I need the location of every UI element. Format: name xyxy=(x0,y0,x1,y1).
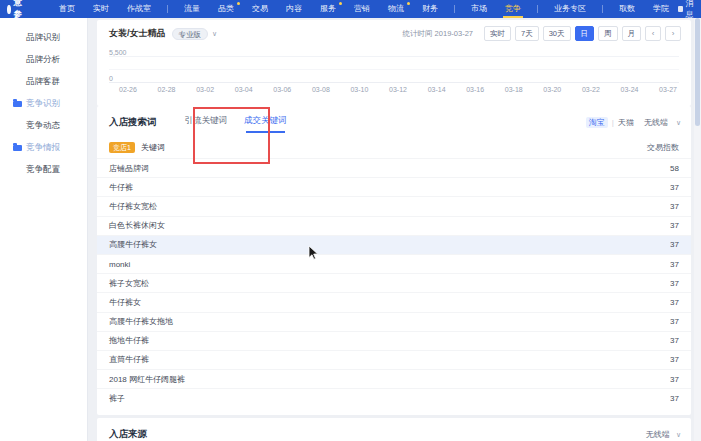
keyword-cell: 牛仔裤女 xyxy=(109,297,141,308)
x-axis-tick-label: 03-27 xyxy=(659,86,677,93)
sidebar-item-label: 竞争动态 xyxy=(26,120,60,132)
shop-tag-badge[interactable]: 竞店1 xyxy=(109,142,135,153)
category-title: 女装/女士精品 xyxy=(109,27,166,40)
keyword-tab[interactable]: 成交关键词 xyxy=(244,115,287,130)
nav-item[interactable]: 流量 xyxy=(175,0,209,18)
trend-chart: 5,500 0 02-2602-2803-0203-0403-0603-0803… xyxy=(109,45,679,103)
nav-item[interactable]: 财务 xyxy=(413,0,447,18)
table-row[interactable]: 店铺品牌词 58 xyxy=(97,158,691,177)
nav-item[interactable]: 学院 xyxy=(644,0,678,18)
table-row[interactable]: 裤子 37 xyxy=(97,388,691,407)
nav-item[interactable]: 服务 xyxy=(311,0,345,18)
messages-button[interactable]: 消息 xyxy=(678,0,696,20)
keyword-cell: 牛仔裤 xyxy=(109,182,133,193)
nav-item[interactable]: 首页 xyxy=(50,0,84,18)
nav-item[interactable]: 市场 xyxy=(462,0,496,18)
nav-item[interactable] xyxy=(537,5,538,13)
table-row[interactable]: 2018 网红牛仔阔腿裤 37 xyxy=(97,369,691,388)
table-row[interactable]: 牛仔裤女宽松 37 xyxy=(97,196,691,215)
nav-item[interactable]: 取数 xyxy=(610,0,644,18)
sidebar-item-label: 品牌客群 xyxy=(26,76,60,88)
range-buttons: 实时 7天 30天 日 周 月 xyxy=(484,26,641,41)
range-button[interactable]: 周 xyxy=(598,26,618,41)
chevron-down-icon[interactable]: ∨ xyxy=(676,119,681,127)
gridline xyxy=(109,69,679,70)
platform-tmall[interactable]: 天猫 xyxy=(618,117,634,128)
sidebar-item[interactable]: 竞争识别 xyxy=(0,93,87,115)
x-axis-tick-label: 03-24 xyxy=(621,86,639,93)
main-content: 女装/女士精品 专业版 ∨ 统计时间 2019-03-27 实时 7天 30天 … xyxy=(88,18,701,441)
value-cell: 37 xyxy=(670,260,679,269)
sidebar-item[interactable]: 品牌客群 xyxy=(0,71,87,93)
nav-item[interactable]: 业务专区 xyxy=(545,0,595,18)
x-axis-tick-label: 02-26 xyxy=(119,86,137,93)
value-cell: 37 xyxy=(670,298,679,307)
value-cell: 37 xyxy=(670,317,679,326)
folder-icon xyxy=(13,101,22,107)
column-value: 交易指数 xyxy=(647,142,679,153)
nav-item[interactable]: 品类 xyxy=(209,0,243,18)
table-row[interactable]: 裤子女宽松 37 xyxy=(97,273,691,292)
scrollbar-track[interactable] xyxy=(694,18,701,441)
next-arrow-button[interactable]: › xyxy=(665,26,681,41)
search-words-title: 入店搜索词 xyxy=(109,116,157,129)
nav-item[interactable] xyxy=(167,5,168,13)
value-cell: 37 xyxy=(670,355,679,364)
table-row[interactable]: monki 37 xyxy=(97,254,691,273)
platform-taobao[interactable]: 淘宝 xyxy=(586,117,608,128)
range-button[interactable]: 30天 xyxy=(543,26,571,41)
sidebar-item-label: 品牌识别 xyxy=(26,32,60,44)
sidebar: 品牌识别 品牌分析 品牌客群 竞争识别 竞争动态 竞争情报 竞争配置 xyxy=(0,18,88,441)
nav-item[interactable]: 内容 xyxy=(277,0,311,18)
nav-item[interactable] xyxy=(454,5,455,13)
nav-item[interactable]: 物流 xyxy=(379,0,413,18)
nav-item[interactable]: 实时 xyxy=(84,0,118,18)
table-row[interactable]: 直筒牛仔裤 37 xyxy=(97,350,691,369)
store-source-title: 入店来源 xyxy=(109,428,147,441)
x-axis-tick-label: 03-16 xyxy=(466,86,484,93)
range-button[interactable]: 实时 xyxy=(484,26,511,41)
table-row[interactable]: 高腰牛仔裤女拖地 37 xyxy=(97,312,691,331)
app-logo[interactable]: 生意参谋 xyxy=(7,0,28,33)
store-source-header: 入店来源 无线端 ∨ xyxy=(97,418,691,441)
gridline xyxy=(109,56,679,57)
nav-item[interactable]: 交易 xyxy=(243,0,277,18)
keyword-cell: monki xyxy=(109,260,130,269)
x-axis-tick-label: 03-18 xyxy=(505,86,523,93)
x-axis-tick-label: 02-28 xyxy=(158,86,176,93)
message-icon xyxy=(678,6,683,12)
terminal-select[interactable]: 无线端 ∨ xyxy=(646,429,681,440)
sidebar-item-label: 品牌分析 xyxy=(26,54,60,66)
sidebar-item[interactable]: 品牌分析 xyxy=(0,49,87,71)
prev-arrow-button[interactable]: ‹ xyxy=(645,26,661,41)
table-row[interactable]: 高腰牛仔裤女 37 xyxy=(97,235,691,254)
sidebar-item[interactable]: 竞争配置 xyxy=(0,159,87,181)
version-badge: 专业版 xyxy=(172,28,209,40)
x-axis-tick-label: 03-20 xyxy=(543,86,561,93)
nav-item[interactable]: 营销 xyxy=(345,0,379,18)
sidebar-item[interactable]: 竞争动态 xyxy=(0,115,87,137)
table-row[interactable]: 牛仔裤 37 xyxy=(97,177,691,196)
keyword-cell: 牛仔裤女宽松 xyxy=(109,201,157,212)
keyword-tab[interactable]: 引流关键词 xyxy=(185,115,228,130)
sidebar-item[interactable]: 竞争情报 xyxy=(0,137,87,159)
chevron-down-icon: ∨ xyxy=(676,431,681,438)
terminal-select[interactable]: 无线端 xyxy=(644,117,668,128)
scrollbar-thumb[interactable] xyxy=(695,18,700,126)
keyword-cell: 裤子女宽松 xyxy=(109,278,149,289)
table-row[interactable]: 拖地牛仔裤 37 xyxy=(97,331,691,350)
nav-item[interactable]: 作战室 xyxy=(118,0,160,18)
nav-item[interactable]: 竞争 xyxy=(496,0,530,18)
value-cell: 37 xyxy=(670,202,679,211)
range-button[interactable]: 7天 xyxy=(515,26,539,41)
range-button[interactable]: 月 xyxy=(622,26,642,41)
range-button[interactable]: 日 xyxy=(575,26,595,41)
nav-item[interactable] xyxy=(602,5,603,13)
x-axis-tick-label: 03-02 xyxy=(196,86,214,93)
chevron-down-icon[interactable]: ∨ xyxy=(212,30,217,38)
table-row[interactable]: 白色长裤休闲女 37 xyxy=(97,216,691,235)
folder-icon xyxy=(13,145,22,151)
trend-header: 女装/女士精品 专业版 ∨ 统计时间 2019-03-27 实时 7天 30天 … xyxy=(97,20,691,43)
table-row[interactable]: 牛仔裤女 37 xyxy=(97,292,691,311)
top-navbar: 生意参谋 首页 实时 作战室 流量 品类 交易 内容 服务 营销 物流 财务 xyxy=(0,0,701,18)
